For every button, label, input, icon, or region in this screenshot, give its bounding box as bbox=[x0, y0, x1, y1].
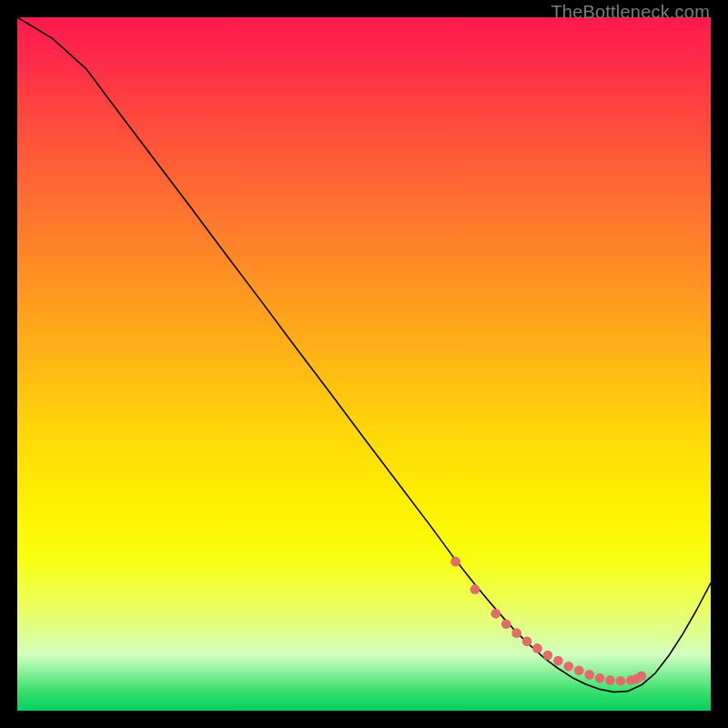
chart-marker bbox=[511, 628, 521, 638]
chart-marker bbox=[501, 619, 511, 629]
chart-marker bbox=[450, 557, 460, 567]
chart-markers bbox=[450, 557, 646, 686]
chart-marker bbox=[636, 672, 646, 682]
chart-marker bbox=[595, 673, 605, 683]
chart-frame bbox=[17, 17, 711, 711]
chart-marker bbox=[616, 676, 626, 686]
chart-marker bbox=[522, 636, 532, 646]
chart-marker bbox=[574, 665, 584, 675]
chart-marker bbox=[532, 643, 542, 653]
chart-overlay bbox=[17, 17, 711, 711]
chart-marker bbox=[470, 584, 480, 594]
watermark-label: TheBottleneck.com bbox=[551, 2, 710, 23]
chart-marker bbox=[563, 662, 573, 672]
chart-marker bbox=[584, 670, 594, 680]
chart-curve bbox=[17, 17, 711, 692]
chart-marker bbox=[543, 651, 553, 661]
chart-marker bbox=[553, 656, 563, 666]
chart-marker bbox=[605, 675, 615, 685]
chart-marker bbox=[490, 609, 500, 619]
